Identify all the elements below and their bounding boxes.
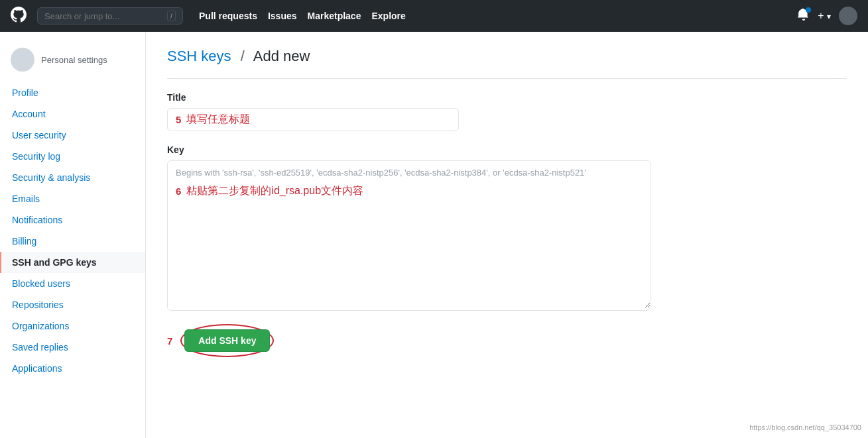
key-step-text: 粘贴第二步复制的id_rsa.pub文件内容 bbox=[186, 184, 363, 198]
sidebar-header: Personal settings bbox=[0, 42, 145, 82]
sidebar-item-organizations[interactable]: Organizations bbox=[0, 315, 145, 337]
sidebar: Personal settings ProfileAccountUser sec… bbox=[0, 32, 146, 438]
pull-requests-link[interactable]: Pull requests bbox=[199, 11, 257, 21]
explore-link[interactable]: Explore bbox=[371, 11, 405, 21]
title-label: Title bbox=[167, 92, 847, 103]
sidebar-item-security-analysis[interactable]: Security & analysis bbox=[0, 167, 145, 188]
sidebar-item-saved-replies[interactable]: Saved replies bbox=[0, 337, 145, 358]
sidebar-item-security-log[interactable]: Security log bbox=[0, 146, 145, 167]
sidebar-item-applications[interactable]: Applications bbox=[0, 358, 145, 379]
submit-wrapper: 7 Add SSH key bbox=[167, 324, 847, 357]
sidebar-item-emails[interactable]: Emails bbox=[0, 188, 145, 209]
key-step-line: 6 粘贴第二步复制的id_rsa.pub文件内容 bbox=[168, 180, 651, 202]
sidebar-items: ProfileAccountUser securitySecurity logS… bbox=[0, 82, 145, 379]
issues-link[interactable]: Issues bbox=[268, 11, 297, 21]
sidebar-item-repositories[interactable]: Repositories bbox=[0, 294, 145, 315]
key-field-group: Key Begins with 'ssh-rsa', 'ssh-ed25519'… bbox=[167, 144, 847, 311]
sidebar-item-notifications[interactable]: Notifications bbox=[0, 209, 145, 231]
topnav-right: + ▾ bbox=[798, 7, 857, 25]
sidebar-item-user-security[interactable]: User security bbox=[0, 125, 145, 146]
title-step-number: 5 bbox=[176, 114, 181, 125]
notifications-button[interactable] bbox=[798, 9, 810, 24]
search-input[interactable] bbox=[44, 11, 162, 21]
submit-circle-highlight: Add SSH key bbox=[180, 324, 274, 357]
notification-badge bbox=[806, 7, 811, 13]
sidebar-item-account[interactable]: Account bbox=[0, 103, 145, 125]
add-ssh-key-button[interactable]: Add SSH key bbox=[184, 329, 270, 352]
title-input-wrapper[interactable]: 5 填写任意标题 bbox=[167, 108, 459, 131]
key-textarea[interactable] bbox=[168, 202, 651, 308]
key-textarea-wrapper: Begins with 'ssh-rsa', 'ssh-ed25519', 'e… bbox=[167, 160, 651, 311]
github-logo[interactable] bbox=[11, 7, 27, 25]
title-step-text: 填写任意标题 bbox=[186, 113, 250, 127]
sidebar-item-ssh-gpg-keys[interactable]: SSH and GPG keys bbox=[0, 252, 145, 273]
breadcrumb-separator: / bbox=[241, 48, 245, 64]
user-avatar[interactable] bbox=[839, 7, 857, 25]
divider bbox=[167, 78, 847, 79]
add-button[interactable]: + ▾ bbox=[818, 10, 831, 22]
ssh-keys-link[interactable]: SSH keys bbox=[167, 48, 231, 64]
watermark: https://blog.csdn.net/qq_35034700 bbox=[749, 423, 861, 431]
main-content: SSH keys / Add new Title 5 填写任意标题 Key Be… bbox=[146, 32, 868, 438]
key-label: Key bbox=[167, 144, 847, 155]
top-navigation: / Pull requests Issues Marketplace Explo… bbox=[0, 0, 868, 32]
search-box[interactable]: / bbox=[37, 7, 183, 25]
key-step-number: 6 bbox=[176, 186, 181, 197]
breadcrumb: SSH keys / Add new bbox=[167, 48, 847, 65]
key-placeholder: Begins with 'ssh-rsa', 'ssh-ed25519', 'e… bbox=[168, 161, 651, 180]
title-field-group: Title 5 填写任意标题 bbox=[167, 92, 847, 131]
sidebar-item-blocked-users[interactable]: Blocked users bbox=[0, 273, 145, 294]
breadcrumb-current: Add new bbox=[253, 48, 310, 64]
slash-shortcut: / bbox=[167, 11, 176, 21]
sidebar-username: Personal settings bbox=[41, 55, 107, 65]
sidebar-item-profile[interactable]: Profile bbox=[0, 82, 145, 103]
nav-links: Pull requests Issues Marketplace Explore bbox=[199, 11, 406, 21]
sidebar-item-billing[interactable]: Billing bbox=[0, 231, 145, 252]
sidebar-avatar bbox=[11, 48, 34, 72]
marketplace-link[interactable]: Marketplace bbox=[308, 11, 361, 21]
submit-step-number: 7 bbox=[167, 335, 172, 347]
main-container: Personal settings ProfileAccountUser sec… bbox=[0, 32, 868, 438]
